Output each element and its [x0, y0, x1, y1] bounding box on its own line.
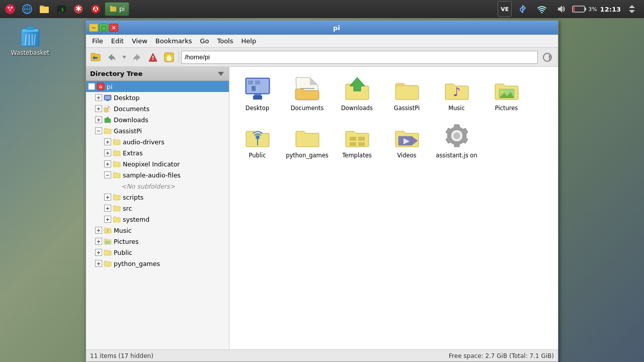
- tree-item-neopixel[interactable]: + Neopixel Indicator: [86, 158, 229, 169]
- svg-text:⌂: ⌂: [99, 84, 103, 89]
- menu-file[interactable]: File: [88, 36, 107, 46]
- tree-item-pictures[interactable]: + Pictures: [86, 236, 229, 247]
- bluetooth-icon[interactable]: [515, 1, 531, 17]
- file-item-desktop[interactable]: Desktop: [233, 71, 281, 116]
- forward-button[interactable]: [129, 50, 144, 64]
- file-item-gassistpi[interactable]: GassistPi: [383, 71, 431, 116]
- tree-expander-documents[interactable]: +: [95, 105, 102, 112]
- tree-expander-public[interactable]: +: [95, 249, 102, 256]
- svg-text:♪: ♪: [106, 229, 109, 233]
- svg-rect-54: [252, 86, 256, 91]
- stop-button[interactable]: !: [145, 50, 160, 64]
- ve-icon[interactable]: VE: [498, 1, 512, 17]
- tree-expander-sample-audio[interactable]: −: [104, 171, 111, 178]
- tree-label-src: src: [123, 205, 132, 212]
- svg-rect-56: [253, 96, 262, 100]
- asterisk-icon[interactable]: ✱: [70, 1, 87, 17]
- tree-icon-desktop: [103, 93, 112, 102]
- svg-text:♪: ♪: [453, 85, 460, 99]
- svg-rect-19: [574, 7, 575, 12]
- file-icon-documents: [293, 74, 321, 103]
- desktop-icon-wastebasket[interactable]: Wastebasket: [10, 24, 50, 56]
- svg-rect-48: [105, 241, 110, 244]
- tree-expander-desktop[interactable]: +: [95, 94, 102, 101]
- file-item-pictures[interactable]: Pictures: [482, 71, 530, 116]
- tree-item-music[interactable]: + ♪ Music: [86, 225, 229, 236]
- tree-expander-music[interactable]: +: [95, 227, 102, 234]
- tree-expander-python-games[interactable]: +: [95, 260, 102, 267]
- svg-rect-55: [254, 94, 261, 96]
- tree-label-systemd: systemd: [123, 216, 149, 223]
- tree-item-pi[interactable]: − ⌂ pi: [86, 81, 229, 92]
- file-item-python-games[interactable]: python_games: [283, 118, 331, 163]
- globe-icon[interactable]: [19, 1, 35, 17]
- menu-edit[interactable]: Edit: [107, 36, 128, 46]
- file-item-documents[interactable]: Documents: [283, 71, 331, 116]
- file-view: Desktop Documents: [229, 67, 558, 349]
- tree-item-src[interactable]: + src: [86, 203, 229, 214]
- minimize-button[interactable]: ─: [89, 24, 98, 32]
- address-bar[interactable]: [181, 51, 538, 64]
- home-button[interactable]: [162, 50, 177, 64]
- tree-item-extras[interactable]: + Extras: [86, 147, 229, 158]
- file-item-videos[interactable]: Videos: [383, 118, 431, 163]
- tree-item-gassistpi[interactable]: − GassistPi: [86, 125, 229, 136]
- file-label-desktop: Desktop: [246, 105, 269, 112]
- maximize-button[interactable]: □: [99, 24, 108, 32]
- tree-expander-pi[interactable]: −: [88, 83, 95, 90]
- svg-marker-16: [558, 6, 562, 13]
- terminal-icon[interactable]: _$: [53, 1, 69, 17]
- tree-expander-systemd[interactable]: +: [104, 216, 111, 223]
- tree-expander-pictures[interactable]: +: [95, 238, 102, 245]
- svg-rect-68: [358, 137, 365, 141]
- tree-expander-downloads[interactable]: +: [95, 116, 102, 123]
- tree-item-systemd[interactable]: + systemd: [86, 214, 229, 225]
- svg-point-2: [11, 7, 13, 9]
- parent-folder-button[interactable]: [88, 50, 103, 64]
- active-app-button[interactable]: pi: [105, 2, 129, 16]
- raspberry-icon[interactable]: [2, 1, 18, 17]
- file-item-templates[interactable]: Templates: [333, 118, 381, 163]
- file-item-downloads[interactable]: Downloads: [333, 71, 381, 116]
- menu-go[interactable]: Go: [196, 36, 213, 46]
- tree-item-scripts[interactable]: + scripts: [86, 192, 229, 203]
- tree-label-sample-audio: sample-audio-files: [123, 171, 181, 179]
- tree-expander-extras[interactable]: +: [104, 149, 111, 156]
- close-button[interactable]: ✕: [109, 24, 118, 32]
- folder-icon[interactable]: [36, 1, 52, 17]
- menu-bookmarks[interactable]: Bookmarks: [151, 36, 196, 46]
- antivirus-icon[interactable]: A: [88, 1, 104, 17]
- file-item-music[interactable]: ♪ Music: [433, 71, 480, 116]
- volume-icon[interactable]: [553, 1, 569, 17]
- taskbar: _$ ✱ A pi VE: [0, 0, 644, 18]
- file-item-assistant-json[interactable]: assistant.js on: [433, 118, 480, 163]
- tree-item-documents[interactable]: + Documents: [86, 103, 229, 114]
- menu-view[interactable]: View: [128, 36, 151, 46]
- tree-expander-neopixel[interactable]: +: [104, 160, 111, 167]
- sidebar-collapse-icon[interactable]: [217, 70, 225, 78]
- tree-expander-scripts[interactable]: +: [104, 194, 111, 201]
- tree-expander-none: [113, 183, 120, 190]
- titlebar-buttons: ─ □ ✕: [89, 24, 118, 32]
- back-dropdown-button[interactable]: [120, 50, 128, 64]
- tree-expander-audio-drivers[interactable]: +: [104, 138, 111, 145]
- reload-button[interactable]: [539, 50, 556, 64]
- updown-icon[interactable]: [624, 1, 640, 17]
- tree-item-sample-audio[interactable]: − sample-audio-files: [86, 169, 229, 180]
- file-item-public[interactable]: Public: [233, 118, 281, 163]
- tree-item-desktop[interactable]: + Desktop: [86, 92, 229, 103]
- menu-tools[interactable]: Tools: [213, 36, 237, 46]
- tree-icon-pi: ⌂: [96, 82, 105, 91]
- back-button[interactable]: [104, 50, 119, 64]
- tree-item-public[interactable]: + Public: [86, 247, 229, 258]
- tree-item-python-games[interactable]: + python_games: [86, 258, 229, 269]
- file-icon-gassistpi: [393, 74, 421, 103]
- tree-item-audio-drivers[interactable]: + audio-drivers: [86, 136, 229, 147]
- tree-expander-gassistpi[interactable]: −: [95, 127, 102, 134]
- titlebar: ─ □ ✕ pi: [86, 21, 558, 35]
- tree-item-downloads[interactable]: + Downloads: [86, 114, 229, 125]
- menu-help[interactable]: Help: [237, 36, 261, 46]
- svg-text:_$: _$: [58, 7, 64, 12]
- tree-expander-src[interactable]: +: [104, 205, 111, 212]
- wifi-icon[interactable]: [534, 1, 550, 17]
